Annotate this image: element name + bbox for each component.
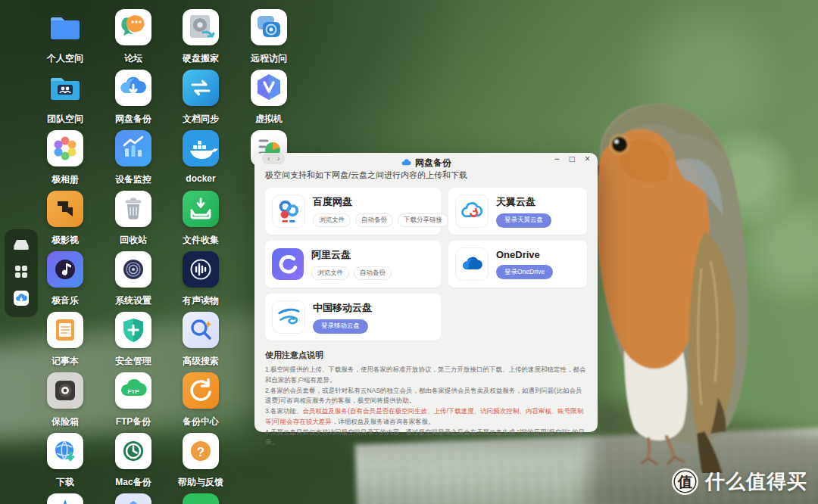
app-label: 远程访问 [251, 52, 287, 65]
app-photo-album[interactable]: 极相册 [31, 130, 99, 186]
back-button[interactable]: ‹ [267, 154, 270, 163]
card-tianyi-cloud: 天翼云盘 登录天翼云盘 [448, 188, 587, 235]
login-tianyi-button[interactable]: 登录天翼云盘 [496, 213, 551, 228]
card-title: 中国移动云盘 [313, 301, 372, 315]
usage-note-3: 3.各家功能、会员权益及服务(自有会员是否在极空间生效、上传/下载速度、访问频次… [265, 406, 587, 428]
usage-note-2: 2.各家的会员套餐，或是针对私有云NAS的独立会员，都由各家提供会员售卖及权益服… [265, 386, 587, 407]
app-tutorial[interactable] [167, 493, 235, 504]
app-home-app[interactable] [99, 493, 167, 504]
close-button[interactable]: × [585, 154, 590, 164]
dock-item-drives[interactable] [11, 237, 31, 257]
cloud-provider-cards: 百度网盘 浏览文件 自动备份 下载分享链接 天翼云盘 登录天翼云盘 [265, 188, 587, 341]
app-personal-space[interactable]: 个人空间 [31, 9, 99, 65]
backup-center-icon [183, 372, 219, 409]
maximize-button[interactable]: □ [570, 154, 575, 164]
card-title: 阿里云盘 [311, 248, 392, 262]
watermark-text: 什么值得买 [705, 468, 807, 495]
forward-button[interactable]: › [277, 154, 280, 163]
app-doc-sync[interactable]: 文档同步 [167, 70, 235, 126]
app-audiobook[interactable]: 有声读物 [167, 251, 235, 307]
app-remote-access[interactable]: 远程访问 [235, 9, 303, 65]
mac-backup-icon [115, 433, 151, 469]
app-file-collect[interactable]: 文件收集 [167, 191, 235, 247]
monitor-icon [115, 130, 151, 166]
app-recycle-bin[interactable]: 回收站 [99, 191, 167, 247]
app-virtual-machine[interactable]: 虚拟机 [235, 70, 303, 126]
app-netdisk-backup[interactable]: 网盘备份 [99, 70, 167, 126]
app-notepad[interactable]: 记事本 [31, 312, 99, 368]
window-controls: − □ × [554, 154, 590, 164]
smzdm-logo-icon: 值 [672, 468, 698, 495]
netdisk-backup-window: ‹ › 网盘备份 − □ × 极空间支持和如下网盘/云盘之间进行内容的上传和下载… [254, 153, 598, 432]
download-share-link-button[interactable]: 下载分享链接 [398, 213, 448, 227]
window-subtitle: 极空间支持和如下网盘/云盘之间进行内容的上传和下载 [265, 170, 587, 181]
notes-icon [47, 312, 83, 348]
login-onedrive-button[interactable]: 登录OneDrive [496, 265, 553, 279]
download-icon [47, 433, 83, 469]
card-title: 百度网盘 [313, 195, 448, 209]
nav-buttons: ‹ › [262, 153, 285, 164]
window-content: 极空间支持和如下网盘/云盘之间进行内容的上传和下载 百度网盘 浏览文件 自动备份… [254, 164, 598, 448]
app-ftp-backup[interactable]: FTPFTP备份 [99, 372, 167, 428]
audiobook-icon [183, 251, 219, 288]
app-label: 个人空间 [47, 52, 83, 65]
login-mobile-cloud-button[interactable]: 登录移动云盘 [313, 319, 368, 334]
app-label: FTP备份 [116, 415, 151, 428]
usage-note-4: 4.天翼云盘目前仅支持访问极空间目录下的内容，通过极空间登录之后会在天翼云盘生成… [265, 428, 587, 449]
app-label: 安全管理 [115, 355, 151, 368]
app-label: 保险箱 [52, 415, 79, 428]
dock-item-netdisk-backup-running[interactable] [11, 290, 31, 310]
disk-move-icon [183, 9, 219, 45]
auto-backup-button[interactable]: 自动备份 [354, 266, 392, 280]
usage-notes-title: 使用注意点说明 [265, 350, 587, 361]
app-disk-migration[interactable]: 硬盘搬家 [167, 9, 235, 65]
side-dock [5, 229, 38, 317]
card-baidu-pan: 百度网盘 浏览文件 自动备份 下载分享链接 [265, 188, 441, 235]
app-video[interactable]: 极影视 [31, 191, 99, 247]
settings-icon [115, 251, 151, 288]
video-icon [47, 191, 83, 227]
cloud-app-icon [13, 290, 30, 310]
chat-icon [115, 9, 151, 45]
usage-notes: 使用注意点说明 1.极空间提供的上传、下载服务，使用各家的标准开放协议，第三方开… [265, 350, 587, 448]
app-team-space[interactable]: 团队空间 [31, 70, 99, 126]
usage-note-1: 1.极空间提供的上传、下载服务，使用各家的标准开放协议，第三方开放接口的下载、上… [265, 365, 587, 386]
app-forum[interactable]: 论坛 [99, 9, 167, 65]
security-icon [115, 312, 151, 348]
grid-icon [14, 264, 29, 282]
browse-files-button[interactable]: 浏览文件 [311, 266, 349, 280]
app-system-settings[interactable]: 系统设置 [99, 251, 167, 307]
home-icon [115, 493, 151, 504]
remote-access-icon [251, 9, 287, 45]
music-icon [47, 251, 83, 288]
auto-backup-button[interactable]: 自动备份 [355, 213, 393, 227]
app-advanced-search[interactable]: 高级搜索 [167, 312, 235, 368]
app-label: 帮助与反馈 [178, 476, 223, 489]
advanced-search-icon [183, 312, 219, 348]
app-backup-center[interactable]: 备份中心 [167, 372, 235, 428]
app-security[interactable]: 安全管理 [99, 312, 167, 368]
app-help-feedback[interactable]: ?帮助与反馈 [167, 433, 235, 489]
trash-icon [115, 191, 151, 227]
app-thunder[interactable] [31, 493, 99, 504]
card-title: OneDrive [496, 249, 553, 260]
app-docker[interactable]: docker [167, 130, 235, 184]
aliyun-drive-icon [272, 248, 304, 280]
card-onedrive: OneDrive 登录OneDrive [448, 241, 587, 288]
china-mobile-cloud-icon [272, 300, 305, 334]
ftp-icon: FTP [115, 372, 151, 409]
app-device-monitor[interactable]: 设备监控 [99, 130, 167, 186]
tutorial-icon [183, 493, 219, 504]
card-title: 天翼云盘 [496, 195, 551, 209]
help-icon: ? [183, 433, 219, 469]
star-icon [47, 493, 83, 504]
app-mac-backup[interactable]: Mac备份 [99, 433, 167, 489]
app-label: 硬盘搬家 [183, 52, 219, 65]
minimize-button[interactable]: − [554, 154, 560, 164]
app-safe-box[interactable]: 保险箱 [31, 372, 99, 428]
browse-files-button[interactable]: 浏览文件 [313, 213, 351, 227]
dock-item-apps[interactable] [11, 263, 31, 283]
app-label: 文档同步 [183, 113, 219, 126]
app-download[interactable]: 下载 [31, 433, 99, 489]
app-music[interactable]: 极音乐 [31, 251, 99, 307]
